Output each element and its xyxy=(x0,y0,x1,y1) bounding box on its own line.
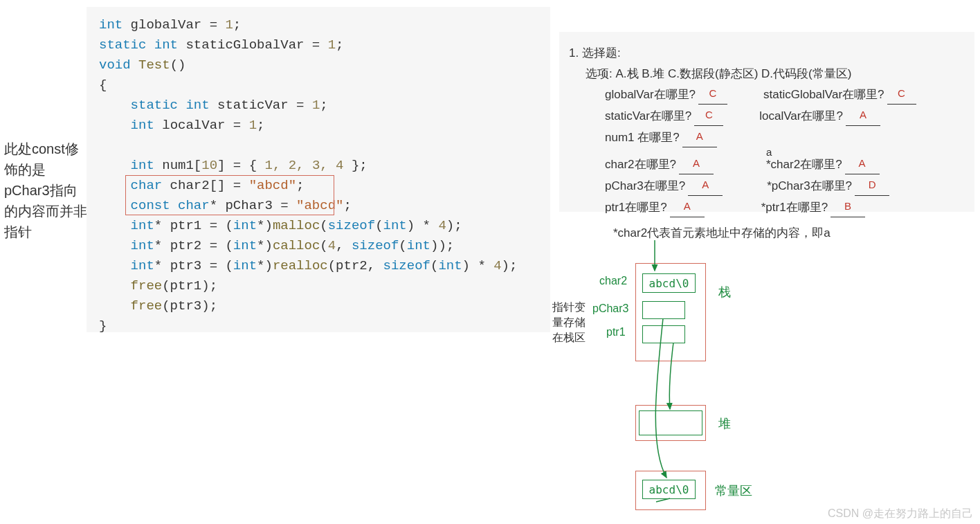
ptr-storage-note: 指针变 量存储 在栈区 xyxy=(552,300,586,345)
stack-char2-box: abcd\0 xyxy=(642,273,696,293)
memory-diagram: *char2代表首元素地址中存储的内容，即a abcd\0 abcd\0 cha… xyxy=(566,225,974,512)
const-abcd-box: abcd\0 xyxy=(642,480,696,499)
label-char2: char2 xyxy=(599,275,627,287)
stack-pchar3-box xyxy=(642,301,685,319)
stack-ptr1-box xyxy=(642,325,685,343)
quiz-options: 选项: A.栈 B.堆 C.数据段(静态区) D.代码段(常量区) xyxy=(569,64,965,84)
code-block: int globalVar = 1; static int staticGlob… xyxy=(87,7,550,332)
heap-box xyxy=(639,410,702,435)
region-const-label: 常量区 xyxy=(715,482,752,499)
const-annotation: 此处const修饰的是pChar3指向的内容而并非指针 xyxy=(4,138,89,242)
label-pchar3: pChar3 xyxy=(592,302,628,315)
quiz-panel: 1. 选择题: 选项: A.栈 B.堆 C.数据段(静态区) D.代码段(常量区… xyxy=(559,32,974,212)
label-ptr1: ptr1 xyxy=(606,326,626,338)
watermark: CSDN @走在努力路上的自己 xyxy=(828,507,973,521)
region-stack-label: 栈 xyxy=(718,284,731,300)
quiz-title: 1. 选择题: xyxy=(569,43,965,64)
region-heap-label: 堆 xyxy=(718,415,731,432)
char2-deref-note: *char2代表首元素地址中存储的内容，即a xyxy=(613,225,831,241)
